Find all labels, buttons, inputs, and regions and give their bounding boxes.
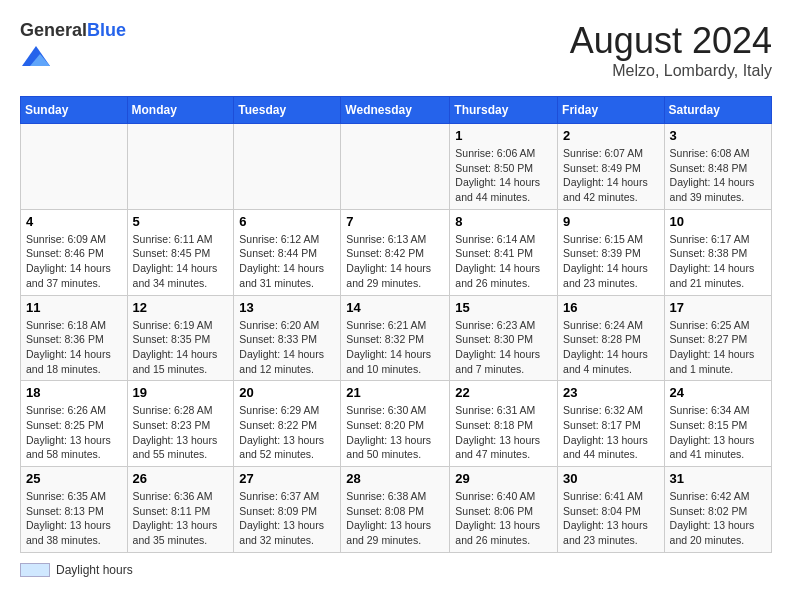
day-info: Sunrise: 6:23 AM Sunset: 8:30 PM Dayligh…: [455, 318, 552, 377]
day-cell: 20Sunrise: 6:29 AM Sunset: 8:22 PM Dayli…: [234, 381, 341, 467]
subtitle: Melzo, Lombardy, Italy: [570, 62, 772, 80]
day-info: Sunrise: 6:36 AM Sunset: 8:11 PM Dayligh…: [133, 489, 229, 548]
title-block: August 2024 Melzo, Lombardy, Italy: [570, 20, 772, 80]
day-info: Sunrise: 6:14 AM Sunset: 8:41 PM Dayligh…: [455, 232, 552, 291]
header-cell-wednesday: Wednesday: [341, 97, 450, 124]
day-info: Sunrise: 6:29 AM Sunset: 8:22 PM Dayligh…: [239, 403, 335, 462]
day-cell: [341, 124, 450, 210]
day-number: 17: [670, 300, 766, 315]
day-number: 10: [670, 214, 766, 229]
day-number: 23: [563, 385, 659, 400]
week-row-5: 25Sunrise: 6:35 AM Sunset: 8:13 PM Dayli…: [21, 467, 772, 553]
day-info: Sunrise: 6:30 AM Sunset: 8:20 PM Dayligh…: [346, 403, 444, 462]
day-info: Sunrise: 6:42 AM Sunset: 8:02 PM Dayligh…: [670, 489, 766, 548]
day-info: Sunrise: 6:06 AM Sunset: 8:50 PM Dayligh…: [455, 146, 552, 205]
day-info: Sunrise: 6:15 AM Sunset: 8:39 PM Dayligh…: [563, 232, 659, 291]
day-number: 31: [670, 471, 766, 486]
day-info: Sunrise: 6:28 AM Sunset: 8:23 PM Dayligh…: [133, 403, 229, 462]
day-cell: 12Sunrise: 6:19 AM Sunset: 8:35 PM Dayli…: [127, 295, 234, 381]
day-cell: [234, 124, 341, 210]
day-info: Sunrise: 6:19 AM Sunset: 8:35 PM Dayligh…: [133, 318, 229, 377]
day-number: 29: [455, 471, 552, 486]
day-cell: 19Sunrise: 6:28 AM Sunset: 8:23 PM Dayli…: [127, 381, 234, 467]
day-info: Sunrise: 6:24 AM Sunset: 8:28 PM Dayligh…: [563, 318, 659, 377]
day-info: Sunrise: 6:07 AM Sunset: 8:49 PM Dayligh…: [563, 146, 659, 205]
day-number: 22: [455, 385, 552, 400]
calendar-body: 1Sunrise: 6:06 AM Sunset: 8:50 PM Daylig…: [21, 124, 772, 553]
day-number: 16: [563, 300, 659, 315]
day-cell: 10Sunrise: 6:17 AM Sunset: 8:38 PM Dayli…: [664, 209, 771, 295]
day-cell: 22Sunrise: 6:31 AM Sunset: 8:18 PM Dayli…: [450, 381, 558, 467]
day-number: 19: [133, 385, 229, 400]
day-cell: 14Sunrise: 6:21 AM Sunset: 8:32 PM Dayli…: [341, 295, 450, 381]
day-cell: 7Sunrise: 6:13 AM Sunset: 8:42 PM Daylig…: [341, 209, 450, 295]
week-row-1: 1Sunrise: 6:06 AM Sunset: 8:50 PM Daylig…: [21, 124, 772, 210]
day-cell: 24Sunrise: 6:34 AM Sunset: 8:15 PM Dayli…: [664, 381, 771, 467]
day-number: 20: [239, 385, 335, 400]
day-info: Sunrise: 6:12 AM Sunset: 8:44 PM Dayligh…: [239, 232, 335, 291]
header-cell-saturday: Saturday: [664, 97, 771, 124]
day-cell: 15Sunrise: 6:23 AM Sunset: 8:30 PM Dayli…: [450, 295, 558, 381]
day-number: 30: [563, 471, 659, 486]
day-info: Sunrise: 6:32 AM Sunset: 8:17 PM Dayligh…: [563, 403, 659, 462]
day-number: 24: [670, 385, 766, 400]
day-cell: 30Sunrise: 6:41 AM Sunset: 8:04 PM Dayli…: [558, 467, 665, 553]
day-number: 6: [239, 214, 335, 229]
day-info: Sunrise: 6:17 AM Sunset: 8:38 PM Dayligh…: [670, 232, 766, 291]
day-number: 18: [26, 385, 122, 400]
day-info: Sunrise: 6:09 AM Sunset: 8:46 PM Dayligh…: [26, 232, 122, 291]
day-info: Sunrise: 6:37 AM Sunset: 8:09 PM Dayligh…: [239, 489, 335, 548]
day-cell: 5Sunrise: 6:11 AM Sunset: 8:45 PM Daylig…: [127, 209, 234, 295]
day-number: 2: [563, 128, 659, 143]
day-cell: 4Sunrise: 6:09 AM Sunset: 8:46 PM Daylig…: [21, 209, 128, 295]
header-cell-friday: Friday: [558, 97, 665, 124]
day-cell: 13Sunrise: 6:20 AM Sunset: 8:33 PM Dayli…: [234, 295, 341, 381]
day-info: Sunrise: 6:11 AM Sunset: 8:45 PM Dayligh…: [133, 232, 229, 291]
day-number: 13: [239, 300, 335, 315]
legend: Daylight hours: [20, 563, 772, 577]
day-cell: 16Sunrise: 6:24 AM Sunset: 8:28 PM Dayli…: [558, 295, 665, 381]
day-info: Sunrise: 6:38 AM Sunset: 8:08 PM Dayligh…: [346, 489, 444, 548]
day-number: 1: [455, 128, 552, 143]
day-number: 14: [346, 300, 444, 315]
day-number: 7: [346, 214, 444, 229]
week-row-3: 11Sunrise: 6:18 AM Sunset: 8:36 PM Dayli…: [21, 295, 772, 381]
day-info: Sunrise: 6:25 AM Sunset: 8:27 PM Dayligh…: [670, 318, 766, 377]
day-cell: 26Sunrise: 6:36 AM Sunset: 8:11 PM Dayli…: [127, 467, 234, 553]
day-number: 4: [26, 214, 122, 229]
day-cell: 2Sunrise: 6:07 AM Sunset: 8:49 PM Daylig…: [558, 124, 665, 210]
day-info: Sunrise: 6:18 AM Sunset: 8:36 PM Dayligh…: [26, 318, 122, 377]
day-number: 25: [26, 471, 122, 486]
day-number: 11: [26, 300, 122, 315]
day-cell: 18Sunrise: 6:26 AM Sunset: 8:25 PM Dayli…: [21, 381, 128, 467]
day-number: 27: [239, 471, 335, 486]
day-info: Sunrise: 6:21 AM Sunset: 8:32 PM Dayligh…: [346, 318, 444, 377]
day-info: Sunrise: 6:13 AM Sunset: 8:42 PM Dayligh…: [346, 232, 444, 291]
week-row-2: 4Sunrise: 6:09 AM Sunset: 8:46 PM Daylig…: [21, 209, 772, 295]
day-cell: 28Sunrise: 6:38 AM Sunset: 8:08 PM Dayli…: [341, 467, 450, 553]
day-info: Sunrise: 6:34 AM Sunset: 8:15 PM Dayligh…: [670, 403, 766, 462]
logo-icon: [22, 42, 50, 70]
day-number: 26: [133, 471, 229, 486]
logo: GeneralBlue: [20, 20, 126, 74]
logo-blue: Blue: [87, 20, 126, 40]
legend-label: Daylight hours: [56, 563, 133, 577]
logo-general: General: [20, 20, 87, 40]
day-cell: 3Sunrise: 6:08 AM Sunset: 8:48 PM Daylig…: [664, 124, 771, 210]
day-number: 12: [133, 300, 229, 315]
header-cell-tuesday: Tuesday: [234, 97, 341, 124]
day-cell: 11Sunrise: 6:18 AM Sunset: 8:36 PM Dayli…: [21, 295, 128, 381]
day-number: 28: [346, 471, 444, 486]
day-info: Sunrise: 6:26 AM Sunset: 8:25 PM Dayligh…: [26, 403, 122, 462]
day-info: Sunrise: 6:40 AM Sunset: 8:06 PM Dayligh…: [455, 489, 552, 548]
day-number: 3: [670, 128, 766, 143]
header-cell-monday: Monday: [127, 97, 234, 124]
header-cell-thursday: Thursday: [450, 97, 558, 124]
day-number: 5: [133, 214, 229, 229]
day-cell: 27Sunrise: 6:37 AM Sunset: 8:09 PM Dayli…: [234, 467, 341, 553]
day-cell: 29Sunrise: 6:40 AM Sunset: 8:06 PM Dayli…: [450, 467, 558, 553]
day-cell: 17Sunrise: 6:25 AM Sunset: 8:27 PM Dayli…: [664, 295, 771, 381]
day-info: Sunrise: 6:35 AM Sunset: 8:13 PM Dayligh…: [26, 489, 122, 548]
day-cell: [21, 124, 128, 210]
day-cell: 25Sunrise: 6:35 AM Sunset: 8:13 PM Dayli…: [21, 467, 128, 553]
